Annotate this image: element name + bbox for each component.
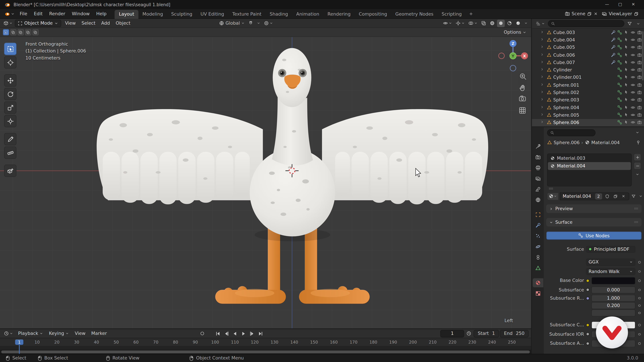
timeline-menu-playback[interactable]: Playback [15, 329, 46, 338]
workspace-tab-layout[interactable]: Layout [115, 10, 138, 19]
tool-scale[interactable] [4, 101, 16, 114]
tool-cursor[interactable] [4, 56, 16, 68]
snap-dropdown[interactable] [256, 19, 262, 27]
transform-orientation-dropdown[interactable]: Global [218, 19, 246, 27]
properties-tab-modifiers[interactable] [532, 221, 543, 230]
add-workspace-button[interactable]: + [466, 9, 476, 18]
keyframe-dot[interactable] [638, 342, 642, 345]
keyframe-dot[interactable] [638, 324, 642, 326]
add-slot-button[interactable] [634, 153, 641, 161]
prev-keyframe-button[interactable] [222, 330, 230, 337]
next-keyframe-button[interactable] [248, 330, 256, 337]
properties-tab-object-data[interactable] [532, 264, 543, 273]
properties-options-dropdown[interactable] [634, 129, 641, 136]
unlink-material-button[interactable] [620, 194, 626, 198]
outliner-item[interactable]: Cube.005 [532, 44, 644, 51]
workspace-tab-rendering[interactable]: Rendering [323, 10, 355, 19]
keyframe-dot[interactable] [638, 280, 642, 282]
viewport-menu-add[interactable]: Add [98, 18, 113, 28]
close-button[interactable]: ✕ [627, 0, 640, 9]
shading-wireframe-button[interactable] [488, 19, 496, 27]
material-slot[interactable]: Material.003 [548, 154, 631, 162]
timeline-menu-keying[interactable]: Keying [46, 329, 72, 338]
menu-edit[interactable]: Edit [30, 9, 46, 18]
properties-tab-particles[interactable] [532, 231, 543, 241]
shading-material-button[interactable] [506, 19, 514, 27]
outliner-item[interactable]: Sphere.001 [532, 81, 644, 89]
keyframe-dot[interactable] [638, 312, 642, 314]
workspace-tab-animation[interactable]: Animation [292, 10, 323, 19]
properties-tab-constraints[interactable] [532, 253, 543, 262]
breadcrumb-object[interactable]: Sphere.006 [554, 140, 580, 145]
editor-type-button[interactable] [2, 19, 14, 27]
outliner-item[interactable]: Sphere.002 [532, 89, 644, 96]
select-mode-option-3[interactable] [18, 29, 24, 35]
scrollbar-handle[interactable] [1, 350, 530, 353]
snap-toggle[interactable] [247, 19, 255, 27]
distribution-dropdown[interactable]: GGX [586, 259, 636, 266]
workspace-tab-modeling[interactable]: Modeling [138, 10, 167, 19]
jump-start-button[interactable] [214, 330, 222, 337]
end-frame-field[interactable]: End 250 [500, 330, 528, 337]
play-button[interactable] [240, 330, 247, 337]
timeline-menu-view[interactable]: View [72, 329, 88, 338]
select-mode-option-1[interactable] [3, 29, 9, 35]
outliner-item[interactable]: Cube.007 [532, 59, 644, 66]
keyframe-dot[interactable] [638, 261, 642, 263]
playhead-line[interactable] [19, 345, 20, 354]
shading-dropdown[interactable] [523, 19, 529, 27]
gizmo-minus-x[interactable] [498, 53, 504, 59]
outliner-scrollbar[interactable] [642, 31, 644, 80]
tool-rotate[interactable] [4, 88, 16, 100]
fake-user-button[interactable] [604, 194, 610, 198]
material-extras-dropdown[interactable] [638, 194, 643, 198]
properties-tab-tool[interactable] [532, 142, 543, 151]
keyframe-dot[interactable] [638, 297, 642, 299]
keyframe-dot[interactable] [638, 289, 642, 291]
prop-value-field[interactable]: 0.200 [592, 302, 636, 309]
menu-window[interactable]: Window [68, 9, 93, 18]
proportional-edit-toggle[interactable] [262, 19, 274, 27]
tool-measure[interactable] [4, 146, 16, 159]
surface-shader-dropdown[interactable]: Principled BSDF [586, 246, 636, 253]
outliner-item[interactable]: Cube.004 [532, 36, 644, 44]
viewlayer-selector[interactable]: ViewLayer [600, 11, 640, 16]
remove-slot-button[interactable] [634, 162, 641, 169]
properties-tab-texture[interactable] [532, 289, 543, 298]
keyframe-dot[interactable] [638, 270, 642, 273]
xray-toggle[interactable] [480, 19, 488, 27]
use-nodes-button[interactable]: Use Nodes [546, 231, 642, 240]
timeline-menu-marker[interactable]: Marker [88, 329, 110, 338]
outliner-filter-button[interactable] [626, 20, 633, 27]
prop-value-field[interactable] [592, 309, 636, 317]
workspace-tab-compositing[interactable]: Compositing [355, 10, 391, 19]
select-mode-option-2[interactable] [10, 29, 16, 35]
users-count[interactable]: 2 [595, 193, 602, 199]
timeline-ruler[interactable]: 1102030405060708090100110120130140150160… [0, 338, 531, 347]
properties-tab-object[interactable] [532, 210, 543, 219]
maximize-button[interactable]: ▢ [614, 0, 627, 9]
outliner-editor-type-button[interactable] [534, 20, 546, 27]
shading-rendered-button[interactable] [514, 19, 522, 27]
workspace-tab-geometry-nodes[interactable]: Geometry Nodes [391, 10, 438, 19]
material-slot[interactable]: Material.004 [548, 162, 631, 170]
shading-solid-button[interactable] [497, 19, 505, 27]
tool-move[interactable] [4, 74, 16, 86]
menu-file[interactable]: File [16, 9, 30, 18]
material-filter-button[interactable] [630, 194, 636, 198]
timeline-scrollbar[interactable] [0, 350, 531, 354]
timeline-editor-type-button[interactable] [2, 330, 14, 337]
start-frame-field[interactable]: Start 1 [474, 330, 499, 337]
prop-value-field[interactable]: 0.000 [592, 286, 636, 294]
select-mode-option-5[interactable] [32, 29, 38, 35]
viewport-menu-view[interactable]: View [62, 18, 79, 28]
current-frame-field[interactable]: 1 [440, 330, 464, 337]
workspace-tab-scripting[interactable]: Scripting [438, 10, 466, 19]
outliner-item[interactable]: Cube.003 [532, 29, 644, 36]
jump-end-button[interactable] [257, 330, 265, 337]
outliner-search-input[interactable] [548, 20, 624, 27]
gizmo-minus-z[interactable] [510, 65, 516, 71]
workspace-tab-texture-paint[interactable]: Texture Paint [228, 10, 266, 19]
menu-render[interactable]: Render [46, 9, 68, 18]
workspace-tab-sculpting[interactable]: Sculpting [167, 10, 196, 19]
